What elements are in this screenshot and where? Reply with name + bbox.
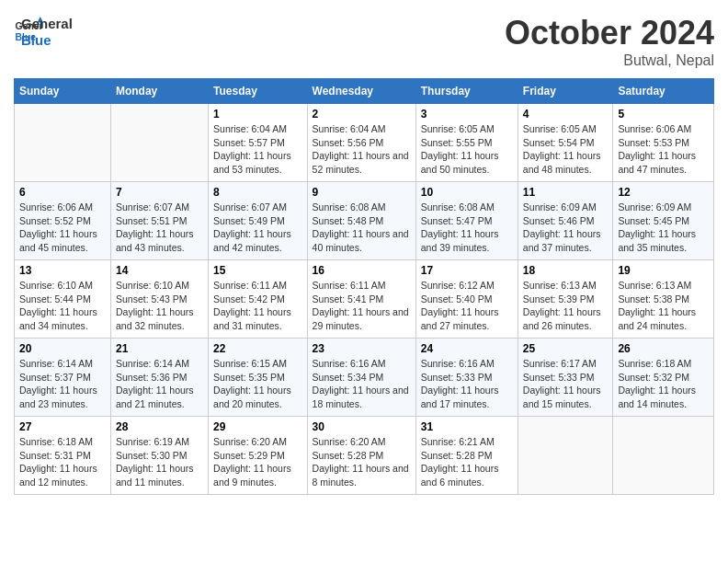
calendar-cell: 23Sunrise: 6:16 AMSunset: 5:34 PMDayligh…	[307, 339, 415, 417]
day-number: 24	[421, 342, 513, 355]
calendar-cell: 17Sunrise: 6:12 AMSunset: 5:40 PMDayligh…	[415, 260, 518, 339]
day-info: Sunrise: 6:12 AMSunset: 5:40 PMDaylight:…	[421, 279, 513, 333]
calendar-week-row: 13Sunrise: 6:10 AMSunset: 5:44 PMDayligh…	[15, 260, 714, 339]
calendar-cell: 5Sunrise: 6:06 AMSunset: 5:53 PMDaylight…	[613, 104, 714, 182]
day-info: Sunrise: 6:11 AMSunset: 5:42 PMDaylight:…	[213, 279, 302, 333]
day-info: Sunrise: 6:13 AMSunset: 5:39 PMDaylight:…	[523, 279, 609, 333]
day-number: 27	[19, 420, 106, 433]
logo-general: General	[21, 16, 73, 32]
day-number: 20	[19, 342, 106, 355]
day-info: Sunrise: 6:07 AMSunset: 5:49 PMDaylight:…	[213, 201, 302, 255]
calendar-cell: 8Sunrise: 6:07 AMSunset: 5:49 PMDaylight…	[209, 182, 308, 260]
day-info: Sunrise: 6:19 AMSunset: 5:30 PMDaylight:…	[116, 435, 203, 489]
calendar-cell: 25Sunrise: 6:17 AMSunset: 5:33 PMDayligh…	[518, 339, 613, 417]
day-number: 18	[523, 264, 609, 277]
calendar-cell: 21Sunrise: 6:14 AMSunset: 5:36 PMDayligh…	[110, 339, 208, 417]
calendar-header: SundayMondayTuesdayWednesdayThursdayFrid…	[15, 79, 714, 104]
day-number: 19	[618, 264, 709, 277]
day-number: 26	[618, 342, 709, 355]
header-day: Saturday	[613, 79, 714, 104]
header-day: Thursday	[415, 79, 518, 104]
day-info: Sunrise: 6:08 AMSunset: 5:47 PMDaylight:…	[421, 201, 513, 255]
calendar-cell: 14Sunrise: 6:10 AMSunset: 5:43 PMDayligh…	[110, 260, 208, 339]
day-number: 6	[19, 186, 106, 199]
calendar-cell: 19Sunrise: 6:13 AMSunset: 5:38 PMDayligh…	[613, 260, 714, 339]
title-block: October 2024 Butwal, Nepal	[505, 14, 714, 69]
day-number: 1	[213, 108, 302, 121]
day-info: Sunrise: 6:09 AMSunset: 5:46 PMDaylight:…	[523, 201, 609, 255]
header-day: Sunday	[15, 79, 111, 104]
calendar-cell: 24Sunrise: 6:16 AMSunset: 5:33 PMDayligh…	[415, 339, 518, 417]
day-number: 12	[618, 186, 709, 199]
day-info: Sunrise: 6:10 AMSunset: 5:43 PMDaylight:…	[116, 279, 203, 333]
day-info: Sunrise: 6:17 AMSunset: 5:33 PMDaylight:…	[523, 357, 609, 411]
day-info: Sunrise: 6:07 AMSunset: 5:51 PMDaylight:…	[116, 201, 203, 255]
day-number: 2	[313, 108, 411, 121]
calendar-cell: 27Sunrise: 6:18 AMSunset: 5:31 PMDayligh…	[15, 417, 111, 495]
calendar-cell	[518, 417, 613, 495]
calendar-cell: 30Sunrise: 6:20 AMSunset: 5:28 PMDayligh…	[307, 417, 415, 495]
day-number: 3	[421, 108, 513, 121]
header-day: Wednesday	[307, 79, 415, 104]
day-number: 31	[421, 420, 513, 433]
calendar-cell: 12Sunrise: 6:09 AMSunset: 5:45 PMDayligh…	[613, 182, 714, 260]
calendar-cell	[613, 417, 714, 495]
calendar-cell: 13Sunrise: 6:10 AMSunset: 5:44 PMDayligh…	[15, 260, 111, 339]
day-info: Sunrise: 6:04 AMSunset: 5:57 PMDaylight:…	[213, 122, 302, 177]
day-number: 14	[116, 264, 203, 277]
calendar-cell: 16Sunrise: 6:11 AMSunset: 5:41 PMDayligh…	[307, 260, 415, 339]
day-number: 9	[313, 186, 411, 199]
day-info: Sunrise: 6:05 AMSunset: 5:54 PMDaylight:…	[523, 122, 609, 177]
day-number: 28	[116, 420, 203, 433]
day-number: 8	[213, 186, 302, 199]
calendar-cell: 6Sunrise: 6:06 AMSunset: 5:52 PMDaylight…	[15, 182, 111, 260]
day-info: Sunrise: 6:11 AMSunset: 5:41 PMDaylight:…	[313, 279, 411, 333]
calendar-cell: 22Sunrise: 6:15 AMSunset: 5:35 PMDayligh…	[209, 339, 308, 417]
day-number: 16	[313, 264, 411, 277]
day-info: Sunrise: 6:16 AMSunset: 5:34 PMDaylight:…	[313, 357, 411, 411]
day-info: Sunrise: 6:14 AMSunset: 5:37 PMDaylight:…	[19, 357, 106, 411]
page-header: General Blue General Blue October 2024 B…	[14, 14, 714, 69]
month-title: October 2024	[505, 14, 714, 52]
day-number: 29	[213, 420, 302, 433]
day-info: Sunrise: 6:13 AMSunset: 5:38 PMDaylight:…	[618, 279, 709, 333]
calendar-cell: 29Sunrise: 6:20 AMSunset: 5:29 PMDayligh…	[209, 417, 308, 495]
day-info: Sunrise: 6:18 AMSunset: 5:31 PMDaylight:…	[19, 435, 106, 489]
calendar-cell: 20Sunrise: 6:14 AMSunset: 5:37 PMDayligh…	[15, 339, 111, 417]
day-number: 30	[313, 420, 411, 433]
day-info: Sunrise: 6:05 AMSunset: 5:55 PMDaylight:…	[421, 122, 513, 177]
day-info: Sunrise: 6:20 AMSunset: 5:29 PMDaylight:…	[213, 435, 302, 489]
day-number: 7	[116, 186, 203, 199]
calendar-cell: 4Sunrise: 6:05 AMSunset: 5:54 PMDaylight…	[518, 104, 613, 182]
day-info: Sunrise: 6:18 AMSunset: 5:32 PMDaylight:…	[618, 357, 709, 411]
header-row: SundayMondayTuesdayWednesdayThursdayFrid…	[15, 79, 714, 104]
calendar-cell: 3Sunrise: 6:05 AMSunset: 5:55 PMDaylight…	[415, 104, 518, 182]
calendar-cell: 10Sunrise: 6:08 AMSunset: 5:47 PMDayligh…	[415, 182, 518, 260]
location-subtitle: Butwal, Nepal	[505, 52, 714, 69]
day-number: 13	[19, 264, 106, 277]
day-info: Sunrise: 6:04 AMSunset: 5:56 PMDaylight:…	[313, 122, 411, 177]
calendar-cell	[15, 104, 111, 182]
calendar-cell: 26Sunrise: 6:18 AMSunset: 5:32 PMDayligh…	[613, 339, 714, 417]
day-info: Sunrise: 6:06 AMSunset: 5:53 PMDaylight:…	[618, 122, 709, 177]
calendar-cell: 1Sunrise: 6:04 AMSunset: 5:57 PMDaylight…	[209, 104, 308, 182]
day-info: Sunrise: 6:06 AMSunset: 5:52 PMDaylight:…	[19, 201, 106, 255]
calendar-cell: 7Sunrise: 6:07 AMSunset: 5:51 PMDaylight…	[110, 182, 208, 260]
day-info: Sunrise: 6:20 AMSunset: 5:28 PMDaylight:…	[313, 435, 411, 489]
day-info: Sunrise: 6:16 AMSunset: 5:33 PMDaylight:…	[421, 357, 513, 411]
calendar-cell: 15Sunrise: 6:11 AMSunset: 5:42 PMDayligh…	[209, 260, 308, 339]
day-number: 21	[116, 342, 203, 355]
calendar-cell: 31Sunrise: 6:21 AMSunset: 5:28 PMDayligh…	[415, 417, 518, 495]
calendar-cell: 18Sunrise: 6:13 AMSunset: 5:39 PMDayligh…	[518, 260, 613, 339]
calendar-body: 1Sunrise: 6:04 AMSunset: 5:57 PMDaylight…	[15, 104, 714, 495]
calendar-week-row: 6Sunrise: 6:06 AMSunset: 5:52 PMDaylight…	[15, 182, 714, 260]
day-number: 25	[523, 342, 609, 355]
calendar-cell: 28Sunrise: 6:19 AMSunset: 5:30 PMDayligh…	[110, 417, 208, 495]
day-number: 10	[421, 186, 513, 199]
logo: General Blue General Blue	[14, 14, 73, 49]
day-info: Sunrise: 6:21 AMSunset: 5:28 PMDaylight:…	[421, 435, 513, 489]
day-info: Sunrise: 6:08 AMSunset: 5:48 PMDaylight:…	[313, 201, 411, 255]
day-info: Sunrise: 6:15 AMSunset: 5:35 PMDaylight:…	[213, 357, 302, 411]
header-day: Monday	[110, 79, 208, 104]
day-number: 22	[213, 342, 302, 355]
